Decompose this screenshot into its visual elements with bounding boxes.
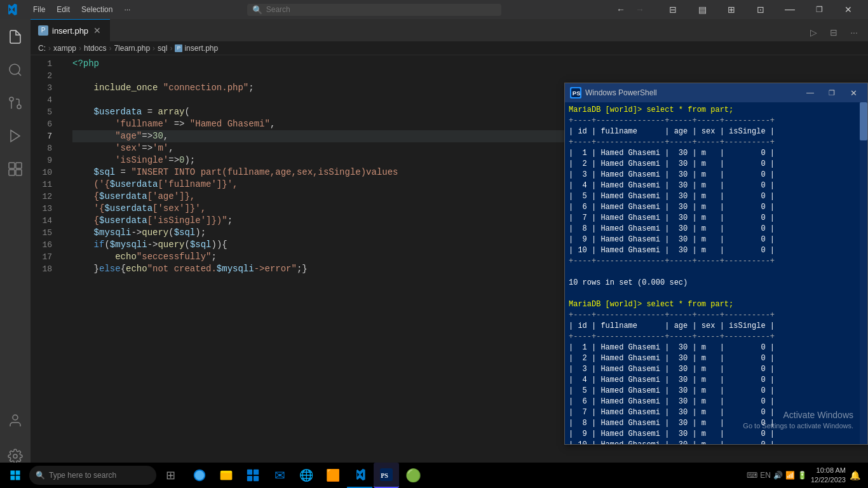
ps-icon: PS bbox=[570, 87, 581, 98]
svg-rect-14 bbox=[11, 471, 15, 475]
layout-btn-1[interactable]: ⊟ bbox=[658, 0, 688, 19]
svg-rect-9 bbox=[16, 170, 22, 175]
taskbar-store[interactable] bbox=[240, 463, 266, 488]
activity-icon-accounts[interactable] bbox=[0, 405, 31, 436]
tab-filename: insert.php bbox=[52, 26, 88, 36]
breadcrumb-7learn[interactable]: 7learn.php bbox=[114, 44, 150, 53]
menu-edit[interactable]: Edit bbox=[51, 4, 75, 15]
ps-header2: | id | fullname | age | sex | isSingle | bbox=[569, 321, 856, 332]
breadcrumb-xampp[interactable]: xampp bbox=[53, 44, 76, 53]
ps-row1-5: | 5 | Hamed Ghasemi | 30 | m | 0 | bbox=[569, 191, 856, 202]
line-numbers: 1 2 3 4 5 6 7 8 9 10 11 12 13 14 15 16 1… bbox=[31, 55, 62, 474]
menu-file[interactable]: File bbox=[28, 4, 50, 15]
activity-icon-files[interactable] bbox=[0, 22, 31, 52]
ps-query2: MariaDB [world]> select * from part; bbox=[569, 299, 856, 310]
tab-close-button[interactable]: ✕ bbox=[92, 25, 102, 36]
activity-icon-run[interactable] bbox=[0, 121, 31, 151]
ps-close[interactable]: ✕ bbox=[844, 86, 862, 99]
search-input[interactable] bbox=[266, 5, 393, 14]
ps-row1-9: | 9 | Hamed Ghasemi | 30 | m | 0 | bbox=[569, 234, 856, 245]
breadcrumb-sql[interactable]: sql bbox=[158, 44, 167, 53]
breadcrumb-filename[interactable]: insert.php bbox=[184, 44, 218, 53]
breadcrumb-c[interactable]: C: bbox=[38, 44, 46, 53]
taskbar-app5[interactable]: 🌐 bbox=[294, 463, 319, 488]
ps-scrollbar-thumb[interactable] bbox=[860, 102, 867, 140]
ps-sep2: +----+---------------+-----+-----+------… bbox=[569, 332, 856, 342]
layout-btn-3[interactable]: ⊞ bbox=[717, 0, 746, 19]
activate-windows-overlay: Activate Windows Go to Settings to activ… bbox=[743, 410, 853, 431]
taskbar-search[interactable]: 🔍 Type here to search bbox=[29, 466, 156, 485]
svg-marker-5 bbox=[11, 130, 20, 142]
taskbar-ps[interactable]: PS bbox=[374, 463, 399, 488]
svg-text:PS: PS bbox=[573, 90, 580, 97]
svg-rect-22 bbox=[247, 476, 252, 481]
ps-content[interactable]: MariaDB [world]> select * from part; +--… bbox=[565, 102, 860, 444]
svg-point-2 bbox=[17, 105, 21, 109]
svg-point-11 bbox=[13, 454, 17, 458]
taskbar: 🔍 Type here to search ⊞ ✉ 🌐 🟧 PS 🟢 ⌨ EN … bbox=[0, 463, 868, 488]
powershell-window: PS Windows PowerShell — ❐ ✕ MariaDB [wor… bbox=[564, 83, 868, 445]
svg-rect-16 bbox=[11, 476, 15, 480]
taskbar-chrome[interactable]: 🟢 bbox=[400, 463, 426, 488]
svg-point-0 bbox=[10, 64, 20, 74]
ps-row1-7: | 7 | Hamed Ghasemi | 30 | m | 0 | bbox=[569, 213, 856, 224]
ps-minimize[interactable]: — bbox=[801, 86, 819, 99]
tab-bar: P insert.php ✕ ▷ ⊟ ··· bbox=[31, 19, 868, 41]
titlebar: File Edit Selection ··· 🔍 ← → ⊟ ▤ ⊞ ⊡ — … bbox=[0, 0, 868, 19]
layout-btn-2[interactable]: ▤ bbox=[688, 0, 717, 19]
back-button[interactable]: ← bbox=[613, 3, 629, 16]
more-actions-button[interactable]: ··· bbox=[845, 24, 863, 41]
start-button[interactable] bbox=[3, 463, 28, 488]
search-icon: 🔍 bbox=[252, 5, 262, 15]
ps-row2-6: | 6 | Hamed Ghasemi | 30 | m | 0 | bbox=[569, 396, 856, 407]
tray-icons[interactable]: ⌨ EN 🔊 📶 🔋 bbox=[747, 471, 807, 480]
ps-row2-3: | 3 | Hamed Ghasemi | 30 | m | 0 | bbox=[569, 364, 856, 375]
taskbar-app6[interactable]: 🟧 bbox=[320, 463, 346, 488]
menu-selection[interactable]: Selection bbox=[76, 4, 118, 15]
ps-row2-5: | 5 | Hamed Ghasemi | 30 | m | 0 | bbox=[569, 386, 856, 396]
ps-border1: +----+---------------+-----+-----+------… bbox=[569, 116, 856, 126]
clock[interactable]: 10:08 AM 12/22/2023 bbox=[811, 466, 846, 485]
taskbar-explorer[interactable] bbox=[214, 463, 239, 488]
global-search-bar[interactable]: 🔍 bbox=[247, 4, 501, 16]
ps-row2-10: | 10 | Hamed Ghasemi | 30 | m | 0 | bbox=[569, 440, 856, 444]
volume-icon: 📶 bbox=[785, 471, 795, 480]
breadcrumb: C: › xampp › htdocs › 7learn.php › sql ›… bbox=[31, 41, 868, 55]
ps-count1 bbox=[569, 267, 856, 278]
php-file-icon: P bbox=[38, 25, 48, 36]
task-view-button[interactable]: ⊞ bbox=[158, 463, 183, 488]
svg-rect-19 bbox=[220, 473, 232, 480]
ps-row1-4: | 4 | Hamed Ghasemi | 30 | m | 0 | bbox=[569, 180, 856, 191]
tab-insert-php[interactable]: P insert.php ✕ bbox=[31, 19, 110, 41]
svg-point-3 bbox=[10, 97, 13, 101]
minimize-button[interactable]: — bbox=[775, 0, 804, 19]
notification-center[interactable]: 🔔 bbox=[850, 470, 860, 480]
taskbar-edge[interactable] bbox=[187, 463, 212, 488]
ps-maximize[interactable]: ❐ bbox=[823, 86, 841, 99]
ps-scrollbar[interactable] bbox=[860, 102, 867, 444]
menu-more[interactable]: ··· bbox=[119, 4, 135, 15]
en-label: EN bbox=[760, 471, 771, 480]
taskbar-search-icon: 🔍 bbox=[36, 471, 45, 480]
ps-row1-6: | 6 | Hamed Ghasemi | 30 | m | 0 | bbox=[569, 202, 856, 213]
ps-row2-2: | 2 | Hamed Ghasemi | 30 | m | 0 | bbox=[569, 353, 856, 364]
close-button[interactable]: ✕ bbox=[834, 0, 863, 19]
breadcrumb-htdocs[interactable]: htdocs bbox=[84, 44, 106, 53]
svg-rect-17 bbox=[16, 476, 20, 480]
layout-btn-4[interactable]: ⊡ bbox=[746, 0, 775, 19]
forward-button[interactable]: → bbox=[632, 3, 648, 16]
svg-rect-23 bbox=[254, 476, 259, 481]
taskbar-mail[interactable]: ✉ bbox=[267, 463, 292, 488]
ps-title: Windows PowerShell bbox=[585, 88, 797, 97]
maximize-button[interactable]: ❐ bbox=[804, 0, 834, 19]
network-icon: 🔊 bbox=[773, 471, 783, 480]
activity-icon-source-control[interactable] bbox=[0, 88, 31, 118]
svg-point-10 bbox=[13, 415, 18, 420]
taskbar-vscode[interactable] bbox=[347, 463, 372, 488]
split-editor-button[interactable]: ⊟ bbox=[825, 24, 843, 41]
activity-icon-extensions[interactable] bbox=[0, 154, 31, 184]
menu-bar: File Edit Selection ··· bbox=[28, 4, 135, 15]
ps-row2-4: | 4 | Hamed Ghasemi | 30 | m | 0 | bbox=[569, 375, 856, 386]
activity-icon-search[interactable] bbox=[0, 55, 31, 85]
run-button[interactable]: ▷ bbox=[804, 24, 822, 41]
